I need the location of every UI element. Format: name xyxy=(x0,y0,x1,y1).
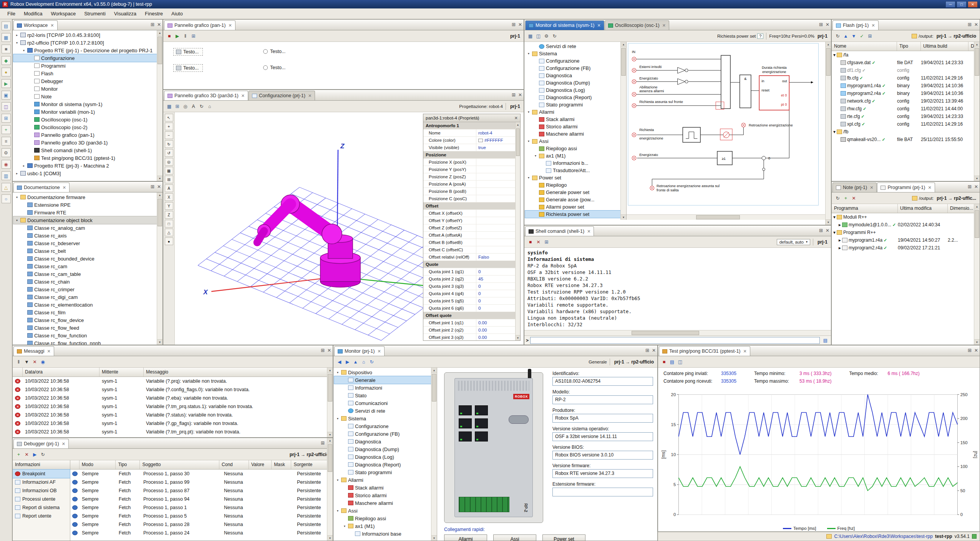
tab-system-monitor[interactable]: Monitor di sistema (sysm-1)✕ xyxy=(525,20,604,30)
program-row[interactable]: ▾Moduli R++ xyxy=(832,213,980,221)
tree-item[interactable]: Generale power set xyxy=(525,189,620,196)
dock-icon[interactable]: ⊞ xyxy=(968,22,972,27)
property-row[interactable]: Nome robot-4 xyxy=(423,129,515,137)
property-row[interactable]: Offset A (offsetA) xyxy=(423,232,515,239)
vertical-scrollbar[interactable]: ▲▼ xyxy=(515,122,520,340)
dock-icon[interactable]: ⊞ xyxy=(151,22,154,27)
messages-table-header[interactable]: Data/ora Mittente Messaggio xyxy=(13,368,333,377)
tree-item[interactable]: ▾ Dispositivo xyxy=(334,368,431,376)
help-icon[interactable]: ? xyxy=(757,33,763,39)
property-row[interactable]: Visibile (visible) true xyxy=(423,144,515,151)
target-icon[interactable]: ◎ xyxy=(181,102,189,110)
run-icon[interactable]: ▶ xyxy=(2,79,11,88)
program-row[interactable]: ▸mymodule1@1.0.0...✓ 02/02/2022 14:40:34 xyxy=(832,221,980,229)
tree-item[interactable]: Maschere allarmi xyxy=(334,499,431,507)
expander-icon[interactable]: ▸ xyxy=(15,33,19,37)
breakpoint-row[interactable]: Sempre Fetch Processo 1, passo 87 Nessun… xyxy=(70,486,333,495)
panel-text-item[interactable]: Testo... xyxy=(173,48,203,56)
tree-item[interactable]: Stack allarmi xyxy=(334,484,431,491)
tree-item[interactable]: ▾ ax1 (M1) xyxy=(525,152,620,159)
tree-item[interactable]: ▾ ax1 (M1) xyxy=(334,522,431,530)
tree-item[interactable]: Diagnostica (Report) xyxy=(525,94,620,101)
search-icon[interactable]: ◉ xyxy=(39,358,47,366)
message-row[interactable]: 10/03/2022 10:36:58 sysm-1 Variabile (?.… xyxy=(13,402,333,411)
label-icon[interactable]: A xyxy=(165,184,173,192)
pause-icon[interactable]: ‖ xyxy=(15,358,23,366)
file-row[interactable]: rhw.cfg✓ config 11/02/2021 14:44:00 xyxy=(832,105,980,113)
close-icon[interactable]: ✕ xyxy=(514,116,518,121)
radio-icon[interactable] xyxy=(263,49,268,54)
tab-oscilloscope[interactable]: Oscilloscopio (osc-1)✕ xyxy=(605,20,669,30)
property-row[interactable]: Offset quote xyxy=(423,312,515,319)
property-row[interactable]: Posizione B (posB) xyxy=(423,188,515,195)
file-row[interactable]: qmakeall-vs20...✓ file BAT 25/11/2021 15… xyxy=(832,136,980,143)
quicklink-button[interactable]: Allarmi xyxy=(444,534,487,541)
property-row[interactable]: Posizione X (posX) xyxy=(423,159,515,166)
expander-icon[interactable]: ▾ xyxy=(15,219,19,222)
tree-item[interactable]: Firmware RTE xyxy=(13,209,157,216)
expander-icon[interactable]: ▾ xyxy=(15,41,19,45)
radio-icon[interactable] xyxy=(263,65,268,70)
grid-icon[interactable]: ▦ xyxy=(526,32,534,40)
tree-item[interactable]: Stato programmi xyxy=(334,468,431,476)
stop-icon[interactable]: ■ xyxy=(526,238,534,246)
tree-item[interactable]: ▾ Sistema xyxy=(334,415,431,422)
property-row[interactable]: Offset relativi (relOff) Falso xyxy=(423,254,515,261)
property-row[interactable]: Posizione Y (posY) xyxy=(423,166,515,173)
layout-icon[interactable]: ◫ xyxy=(534,32,542,40)
tab-note[interactable]: Note (prj-1)✕ xyxy=(832,183,877,192)
property-row[interactable]: Offset xyxy=(423,202,515,210)
close-tab-icon[interactable]: ✕ xyxy=(597,23,601,28)
vertical-scrollbar[interactable]: ▲▼ xyxy=(157,30,163,181)
close-icon[interactable]: ✕ xyxy=(974,22,978,27)
tree-item[interactable]: Programmi xyxy=(13,62,157,70)
close-tab-icon[interactable]: ✕ xyxy=(308,93,312,98)
dock-icon[interactable]: ⊞ xyxy=(819,22,823,27)
dock-icon[interactable]: ⊞ xyxy=(968,348,972,353)
file-row[interactable]: myprogram2.r4a✓ binary 19/04/2021 14:10:… xyxy=(832,90,980,97)
tree-item[interactable]: Riepilogo xyxy=(525,181,620,189)
grid-icon[interactable]: ⊞ xyxy=(542,238,551,246)
expander-icon[interactable]: ▸ xyxy=(15,172,19,175)
box-icon[interactable]: □ xyxy=(165,220,173,227)
record-icon[interactable]: ◉ xyxy=(2,160,11,169)
flash-table-header[interactable]: Nome Tipo Ultima build Dime... xyxy=(832,42,980,51)
expander-icon[interactable]: ▾ xyxy=(833,52,836,58)
dock-icon[interactable]: ⊞ xyxy=(968,184,972,189)
menu-item[interactable]: File xyxy=(3,9,20,18)
file-row[interactable]: df1.cfg✓ config xyxy=(832,66,980,74)
tab-workspace[interactable]: Workspace✕ xyxy=(13,20,58,30)
tree-item[interactable]: Diagnostica (Dump) xyxy=(525,79,620,86)
close-icon[interactable]: ✕ xyxy=(518,92,522,98)
field-value[interactable] xyxy=(552,488,653,496)
property-row[interactable]: Quota joint 3 (qj3) 0 xyxy=(423,283,515,290)
tab-pan3d[interactable]: Pannello grafico 3D (pan3d-1)✕ xyxy=(164,91,248,100)
expander-icon[interactable]: ▾ xyxy=(336,509,340,513)
menu-item[interactable]: Strumenti xyxy=(80,9,110,18)
close-icon[interactable]: ✕ xyxy=(652,348,656,353)
message-row[interactable]: 10/03/2022 10:36:58 sysm-1 Variabile (?.… xyxy=(13,411,333,419)
property-row[interactable]: Offset Z (offsetZ) xyxy=(423,224,515,232)
remove-icon[interactable]: ✕ xyxy=(850,194,858,202)
refresh-icon[interactable]: ↻ xyxy=(368,358,376,366)
property-row[interactable]: Colore (color) #FFFFFF xyxy=(423,137,515,144)
wire-icon[interactable]: △ xyxy=(165,229,173,236)
vertical-scrollbar[interactable]: ▲▼ xyxy=(620,42,626,220)
tree-item[interactable]: Classe rc_belt xyxy=(13,247,157,255)
panel-radio-item[interactable]: Testo... xyxy=(263,65,285,70)
dock-icon[interactable]: ⊞ xyxy=(819,228,823,233)
dock-icon[interactable]: ⊞ xyxy=(151,184,154,189)
tree-item[interactable]: Configurazione (FB) xyxy=(525,65,620,72)
property-row[interactable]: Posizione Z (posZ) xyxy=(423,173,515,181)
vertical-scrollbar[interactable]: ▲▼ xyxy=(431,368,437,541)
grid-icon[interactable]: ⊞ xyxy=(189,32,197,40)
stop-icon[interactable]: ■ xyxy=(660,358,668,366)
new-file-icon[interactable]: ▤ xyxy=(2,22,11,30)
close-tab-icon[interactable]: ✕ xyxy=(50,23,54,28)
tree-item[interactable]: Stack allarmi xyxy=(525,116,620,123)
tree-item[interactable]: Configurazione (FB) xyxy=(334,430,431,438)
tree-item[interactable]: ▸ rp2-loris [TCP/IP 10.0.45.3:8100] xyxy=(13,31,157,39)
menu-item[interactable]: Workspace xyxy=(46,9,80,18)
expander-icon[interactable]: ▸ xyxy=(22,164,26,168)
add-icon[interactable]: + xyxy=(842,194,850,202)
